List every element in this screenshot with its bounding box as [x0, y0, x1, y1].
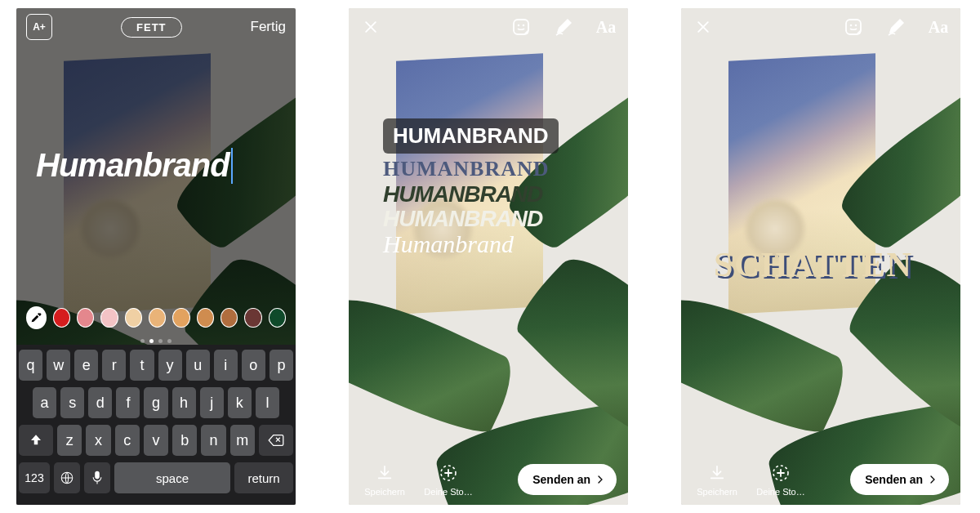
story-shadow-text-screen: Aa SCHATTEN SCHATTEN Speichern Deine Sto…	[681, 8, 960, 505]
numeric-label: 123	[24, 471, 43, 484]
letter-key-j[interactable]: j	[200, 387, 224, 418]
your-story-button[interactable]: Deine Sto…	[424, 462, 473, 497]
chevron-right-icon	[595, 475, 605, 484]
color-swatch[interactable]	[244, 308, 261, 328]
close-icon	[695, 19, 711, 35]
backspace-key[interactable]	[259, 425, 293, 456]
typed-text[interactable]: Humanbrand	[36, 147, 229, 184]
letter-key-d[interactable]: d	[88, 387, 112, 418]
letter-key-l[interactable]: l	[256, 387, 279, 418]
sticker-button[interactable]	[509, 15, 533, 39]
letter-key-g[interactable]: g	[144, 387, 167, 418]
color-swatch[interactable]	[149, 308, 166, 328]
font-sample-stack[interactable]: HUMANBRAND HUMANBRAND HUMANBRAND HUMANBR…	[383, 118, 559, 258]
letter-key-v[interactable]: v	[144, 425, 168, 456]
text-tool-button[interactable]: Aa	[594, 15, 618, 39]
story-text-editor-screen: A+ FETT Fertig Humanbrand qwertyuiop asd…	[16, 8, 296, 505]
chevron-right-icon	[928, 475, 938, 484]
letter-key-t[interactable]: t	[130, 350, 154, 381]
font-sample-italic-dark[interactable]: HUMANBRAND	[383, 181, 559, 207]
letter-key-n[interactable]: n	[201, 425, 225, 456]
pencil-icon	[554, 17, 573, 37]
color-swatch[interactable]	[53, 308, 70, 328]
ios-keyboard: qwertyuiop asdfghjkl zxcvbnm 123 space r…	[16, 345, 296, 505]
color-swatch[interactable]	[197, 308, 214, 328]
page-dot[interactable]	[149, 339, 154, 343]
pencil-icon	[886, 17, 906, 37]
save-label: Speichern	[697, 487, 737, 497]
svg-point-7	[850, 25, 853, 27]
send-to-label: Senden an	[865, 473, 923, 486]
globe-key[interactable]	[54, 462, 80, 493]
page-dot[interactable]	[158, 339, 163, 343]
letter-key-w[interactable]: w	[47, 350, 70, 381]
sticker-button[interactable]	[841, 15, 866, 39]
numeric-key[interactable]: 123	[19, 462, 50, 493]
letter-key-b[interactable]: b	[172, 425, 197, 456]
your-story-button[interactable]: Deine Sto…	[756, 462, 805, 497]
sticker-icon	[844, 17, 863, 37]
letter-key-r[interactable]: r	[102, 350, 126, 381]
font-sample-italic-light[interactable]: HUMANBRAND	[383, 206, 559, 232]
close-button[interactable]	[691, 15, 715, 39]
text-align-label: A+	[33, 21, 46, 33]
color-swatch[interactable]	[77, 308, 94, 328]
color-swatch-row	[16, 306, 296, 329]
story-font-samples-screen: Aa HUMANBRAND HUMANBRAND HUMANBRAND HUMA…	[349, 8, 628, 505]
color-swatch[interactable]	[172, 308, 189, 328]
shadow-text-front: SCHATTEN	[714, 245, 913, 284]
letter-key-p[interactable]: p	[270, 350, 293, 381]
send-to-button[interactable]: Senden an	[518, 464, 617, 495]
shadow-text-layer[interactable]: SCHATTEN SCHATTEN	[714, 245, 913, 284]
space-key[interactable]: space	[114, 462, 230, 493]
text-tool-button[interactable]: Aa	[926, 15, 951, 39]
return-key[interactable]: return	[234, 462, 293, 493]
done-button[interactable]: Fertig	[251, 19, 286, 35]
letter-key-e[interactable]: e	[74, 350, 98, 381]
your-story-label: Deine Sto…	[424, 487, 472, 497]
color-swatch[interactable]	[125, 308, 142, 328]
text-align-button[interactable]: A+	[26, 14, 52, 40]
draw-button[interactable]	[551, 15, 576, 39]
close-icon	[363, 19, 379, 35]
letter-key-i[interactable]: i	[214, 350, 238, 381]
draw-button[interactable]	[884, 15, 908, 39]
sticker-icon	[511, 17, 531, 37]
letter-key-o[interactable]: o	[242, 350, 265, 381]
font-weight-pill[interactable]: FETT	[121, 17, 182, 38]
page-dot[interactable]	[167, 339, 172, 343]
story-ring-icon	[771, 463, 791, 483]
svg-point-8	[855, 25, 858, 27]
save-button[interactable]: Speichern	[360, 462, 409, 497]
letter-key-u[interactable]: u	[186, 350, 210, 381]
letter-key-s[interactable]: s	[60, 387, 84, 418]
dictation-key[interactable]	[84, 462, 110, 493]
letter-key-a[interactable]: a	[33, 387, 56, 418]
shift-key[interactable]	[19, 425, 53, 456]
font-sample-script[interactable]: Humanbrand	[383, 230, 559, 258]
letter-key-c[interactable]: c	[115, 425, 140, 456]
color-swatch[interactable]	[269, 308, 286, 328]
letter-key-h[interactable]: h	[172, 387, 196, 418]
letter-key-k[interactable]: k	[228, 387, 252, 418]
letter-key-x[interactable]: x	[86, 425, 110, 456]
font-sample-serif[interactable]: HUMANBRAND	[383, 157, 559, 181]
save-label: Speichern	[364, 487, 405, 497]
page-dot[interactable]	[140, 339, 145, 343]
letter-key-m[interactable]: m	[230, 425, 255, 456]
color-swatch[interactable]	[100, 308, 118, 328]
color-swatch[interactable]	[220, 308, 238, 328]
done-label: Fertig	[251, 19, 286, 34]
font-sample-strong-box[interactable]: HUMANBRAND	[383, 118, 559, 154]
eyedropper-button[interactable]	[26, 306, 47, 329]
letter-key-y[interactable]: y	[158, 350, 182, 381]
letter-key-f[interactable]: f	[116, 387, 140, 418]
close-button[interactable]	[359, 15, 383, 39]
letter-key-q[interactable]: q	[19, 350, 42, 381]
send-to-button[interactable]: Senden an	[850, 464, 949, 495]
text-caret	[231, 148, 233, 184]
letter-key-z[interactable]: z	[57, 425, 82, 456]
font-weight-label: FETT	[136, 21, 167, 33]
save-button[interactable]: Speichern	[693, 462, 742, 497]
mic-icon	[91, 471, 103, 485]
